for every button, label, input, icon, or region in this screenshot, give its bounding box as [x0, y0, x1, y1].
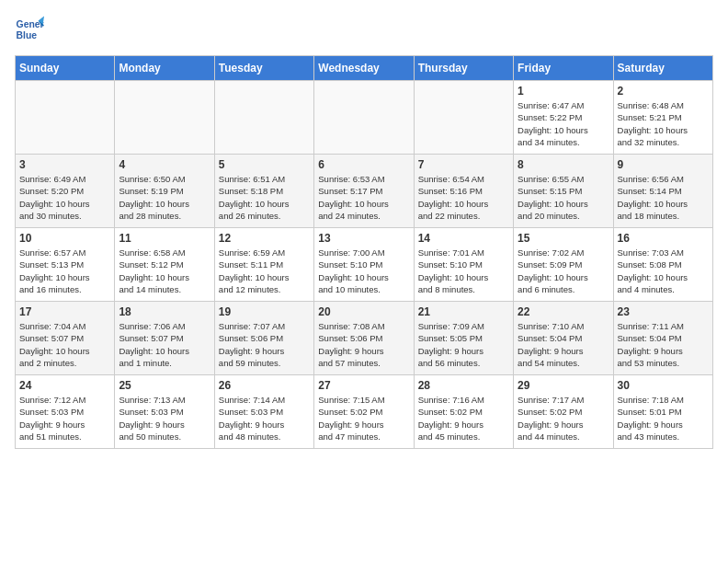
- day-number: 30: [618, 379, 709, 392]
- calendar-cell: [314, 81, 414, 155]
- calendar-cell: [414, 81, 513, 155]
- day-info: Sunrise: 7:18 AM Sunset: 5:01 PM Dayligh…: [618, 394, 709, 442]
- calendar-cell: 1Sunrise: 6:47 AM Sunset: 5:22 PM Daylig…: [514, 81, 613, 155]
- day-number: 19: [219, 305, 310, 318]
- day-number: 13: [318, 232, 409, 245]
- calendar-cell: 26Sunrise: 7:14 AM Sunset: 5:03 PM Dayli…: [214, 375, 313, 449]
- day-info: Sunrise: 6:58 AM Sunset: 5:12 PM Dayligh…: [119, 247, 210, 295]
- header: General Blue: [15, 15, 713, 44]
- calendar-cell: 13Sunrise: 7:00 AM Sunset: 5:10 PM Dayli…: [314, 228, 414, 302]
- calendar-cell: 7Sunrise: 6:54 AM Sunset: 5:16 PM Daylig…: [414, 155, 513, 228]
- day-number: 23: [618, 305, 709, 318]
- day-number: 7: [418, 158, 509, 171]
- day-number: 26: [219, 379, 310, 392]
- day-number: 25: [119, 379, 210, 392]
- day-info: Sunrise: 7:16 AM Sunset: 5:02 PM Dayligh…: [418, 394, 509, 442]
- day-info: Sunrise: 7:10 AM Sunset: 5:04 PM Dayligh…: [518, 320, 609, 369]
- day-info: Sunrise: 7:12 AM Sunset: 5:03 PM Dayligh…: [19, 394, 110, 442]
- day-info: Sunrise: 6:57 AM Sunset: 5:13 PM Dayligh…: [19, 247, 110, 295]
- day-number: 22: [518, 305, 609, 318]
- day-number: 10: [19, 232, 110, 245]
- day-number: 6: [318, 158, 409, 171]
- day-number: 20: [318, 305, 409, 318]
- calendar-cell: 5Sunrise: 6:51 AM Sunset: 5:18 PM Daylig…: [214, 155, 313, 228]
- day-number: 17: [19, 305, 110, 318]
- day-info: Sunrise: 6:51 AM Sunset: 5:18 PM Dayligh…: [219, 173, 310, 222]
- calendar-cell: 12Sunrise: 6:59 AM Sunset: 5:11 PM Dayli…: [214, 228, 313, 302]
- calendar-cell: 3Sunrise: 6:49 AM Sunset: 5:20 PM Daylig…: [16, 155, 115, 228]
- day-info: Sunrise: 6:55 AM Sunset: 5:15 PM Dayligh…: [518, 173, 609, 222]
- day-info: Sunrise: 7:14 AM Sunset: 5:03 PM Dayligh…: [219, 394, 310, 442]
- calendar-cell: 9Sunrise: 6:56 AM Sunset: 5:14 PM Daylig…: [613, 155, 712, 228]
- day-info: Sunrise: 7:01 AM Sunset: 5:10 PM Dayligh…: [418, 247, 509, 295]
- day-number: 16: [618, 232, 709, 245]
- calendar-cell: 23Sunrise: 7:11 AM Sunset: 5:04 PM Dayli…: [613, 302, 712, 375]
- day-info: Sunrise: 7:00 AM Sunset: 5:10 PM Dayligh…: [318, 247, 409, 295]
- day-info: Sunrise: 7:04 AM Sunset: 5:07 PM Dayligh…: [19, 320, 110, 369]
- weekday-header-thursday: Thursday: [414, 56, 513, 81]
- day-info: Sunrise: 6:50 AM Sunset: 5:19 PM Dayligh…: [119, 173, 210, 222]
- calendar-cell: 2Sunrise: 6:48 AM Sunset: 5:21 PM Daylig…: [613, 81, 712, 155]
- calendar-cell: 30Sunrise: 7:18 AM Sunset: 5:01 PM Dayli…: [613, 375, 712, 449]
- day-info: Sunrise: 7:02 AM Sunset: 5:09 PM Dayligh…: [518, 247, 609, 295]
- calendar-cell: 14Sunrise: 7:01 AM Sunset: 5:10 PM Dayli…: [414, 228, 513, 302]
- weekday-header-friday: Friday: [514, 56, 613, 81]
- day-info: Sunrise: 6:49 AM Sunset: 5:20 PM Dayligh…: [19, 173, 110, 222]
- day-info: Sunrise: 7:07 AM Sunset: 5:06 PM Dayligh…: [219, 320, 310, 369]
- day-info: Sunrise: 7:15 AM Sunset: 5:02 PM Dayligh…: [318, 394, 409, 442]
- calendar-cell: 25Sunrise: 7:13 AM Sunset: 5:03 PM Dayli…: [115, 375, 214, 449]
- calendar-cell: 29Sunrise: 7:17 AM Sunset: 5:02 PM Dayli…: [514, 375, 613, 449]
- weekday-header-wednesday: Wednesday: [314, 56, 414, 81]
- day-number: 1: [518, 85, 609, 98]
- day-number: 27: [318, 379, 409, 392]
- day-number: 29: [518, 379, 609, 392]
- day-number: 21: [418, 305, 509, 318]
- day-info: Sunrise: 7:17 AM Sunset: 5:02 PM Dayligh…: [518, 394, 609, 442]
- day-info: Sunrise: 6:53 AM Sunset: 5:17 PM Dayligh…: [318, 173, 409, 222]
- calendar-cell: 4Sunrise: 6:50 AM Sunset: 5:19 PM Daylig…: [115, 155, 214, 228]
- day-number: 8: [518, 158, 609, 171]
- calendar-cell: 20Sunrise: 7:08 AM Sunset: 5:06 PM Dayli…: [314, 302, 414, 375]
- calendar-cell: [214, 81, 313, 155]
- calendar-cell: 10Sunrise: 6:57 AM Sunset: 5:13 PM Dayli…: [16, 228, 115, 302]
- calendar-cell: 24Sunrise: 7:12 AM Sunset: 5:03 PM Dayli…: [16, 375, 115, 449]
- calendar-cell: 19Sunrise: 7:07 AM Sunset: 5:06 PM Dayli…: [214, 302, 313, 375]
- weekday-header-saturday: Saturday: [613, 56, 712, 81]
- day-number: 14: [418, 232, 509, 245]
- day-info: Sunrise: 6:54 AM Sunset: 5:16 PM Dayligh…: [418, 173, 509, 222]
- calendar-table: SundayMondayTuesdayWednesdayThursdayFrid…: [15, 55, 713, 449]
- day-number: 12: [219, 232, 310, 245]
- calendar-cell: 11Sunrise: 6:58 AM Sunset: 5:12 PM Dayli…: [115, 228, 214, 302]
- weekday-header-monday: Monday: [115, 56, 214, 81]
- day-info: Sunrise: 6:47 AM Sunset: 5:22 PM Dayligh…: [518, 99, 609, 148]
- day-number: 15: [518, 232, 609, 245]
- day-info: Sunrise: 7:08 AM Sunset: 5:06 PM Dayligh…: [318, 320, 409, 369]
- day-number: 5: [219, 158, 310, 171]
- calendar-cell: [16, 81, 115, 155]
- day-number: 9: [618, 158, 709, 171]
- svg-text:Blue: Blue: [17, 30, 38, 40]
- day-info: Sunrise: 7:13 AM Sunset: 5:03 PM Dayligh…: [119, 394, 210, 442]
- day-info: Sunrise: 7:03 AM Sunset: 5:08 PM Dayligh…: [618, 247, 709, 295]
- calendar-cell: 28Sunrise: 7:16 AM Sunset: 5:02 PM Dayli…: [414, 375, 513, 449]
- day-number: 3: [19, 158, 110, 171]
- day-number: 4: [119, 158, 210, 171]
- calendar-cell: 17Sunrise: 7:04 AM Sunset: 5:07 PM Dayli…: [16, 302, 115, 375]
- calendar-cell: 27Sunrise: 7:15 AM Sunset: 5:02 PM Dayli…: [314, 375, 414, 449]
- calendar-cell: 6Sunrise: 6:53 AM Sunset: 5:17 PM Daylig…: [314, 155, 414, 228]
- day-number: 28: [418, 379, 509, 392]
- weekday-header-sunday: Sunday: [16, 56, 115, 81]
- day-info: Sunrise: 6:56 AM Sunset: 5:14 PM Dayligh…: [618, 173, 709, 222]
- day-number: 18: [119, 305, 210, 318]
- calendar-cell: 18Sunrise: 7:06 AM Sunset: 5:07 PM Dayli…: [115, 302, 214, 375]
- day-number: 2: [618, 85, 709, 98]
- day-number: 11: [119, 232, 210, 245]
- calendar-cell: 22Sunrise: 7:10 AM Sunset: 5:04 PM Dayli…: [514, 302, 613, 375]
- day-info: Sunrise: 7:11 AM Sunset: 5:04 PM Dayligh…: [618, 320, 709, 369]
- calendar-cell: 16Sunrise: 7:03 AM Sunset: 5:08 PM Dayli…: [613, 228, 712, 302]
- calendar-cell: 15Sunrise: 7:02 AM Sunset: 5:09 PM Dayli…: [514, 228, 613, 302]
- day-number: 24: [19, 379, 110, 392]
- calendar-cell: 8Sunrise: 6:55 AM Sunset: 5:15 PM Daylig…: [514, 155, 613, 228]
- logo-icon: General Blue: [15, 15, 44, 44]
- calendar-cell: 21Sunrise: 7:09 AM Sunset: 5:05 PM Dayli…: [414, 302, 513, 375]
